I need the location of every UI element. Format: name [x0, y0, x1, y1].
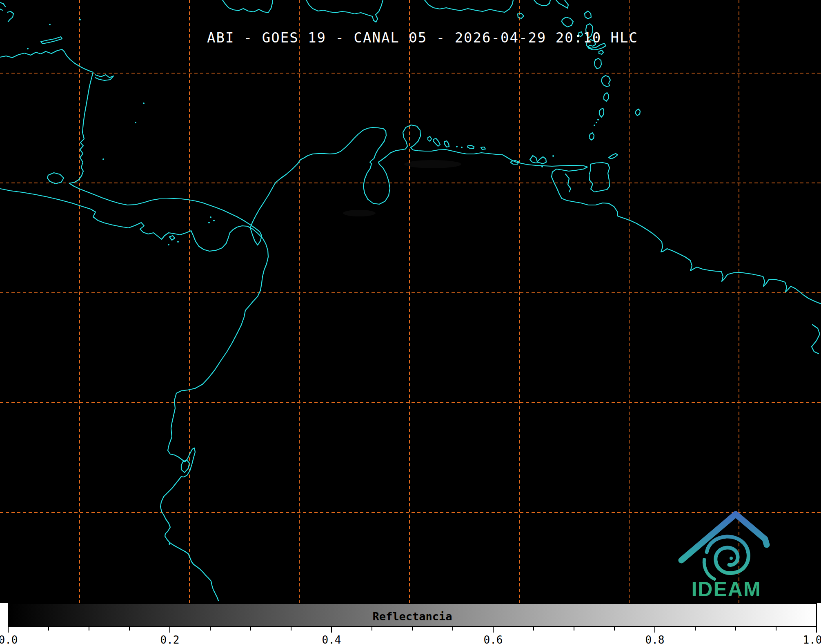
colorbar-area: Reflectancia 0.0 0.2 0.4 0.6 0.8 1.0: [0, 603, 821, 644]
map-canvas: ABI - GOES 19 - CANAL 05 - 2026-04-29 20…: [0, 0, 821, 603]
colorbar-tick-1.0: 1.0: [803, 634, 821, 644]
satellite-product-page: ABI - GOES 19 - CANAL 05 - 2026-04-29 20…: [0, 0, 821, 644]
colorbar-ticks: [0, 627, 821, 634]
logo-wordmark: IDEAM: [691, 578, 761, 601]
colorbar-tick-0.4: 0.4: [322, 634, 341, 644]
colorbar-tick-0.6: 0.6: [484, 634, 503, 644]
map-title: ABI - GOES 19 - CANAL 05 - 2026-04-29 20…: [207, 29, 638, 46]
colorbar-tick-0.8: 0.8: [645, 634, 665, 644]
logo-spiral-eye: [730, 557, 733, 560]
colorbar-tick-0.2: 0.2: [160, 634, 180, 644]
reflectance-colorbar: Reflectancia: [8, 603, 817, 627]
colorbar-label: Reflectancia: [9, 610, 816, 623]
colorbar-tick-0.0: 0.0: [0, 634, 18, 644]
satellite-map: ABI - GOES 19 - CANAL 05 - 2026-04-29 20…: [0, 0, 821, 603]
